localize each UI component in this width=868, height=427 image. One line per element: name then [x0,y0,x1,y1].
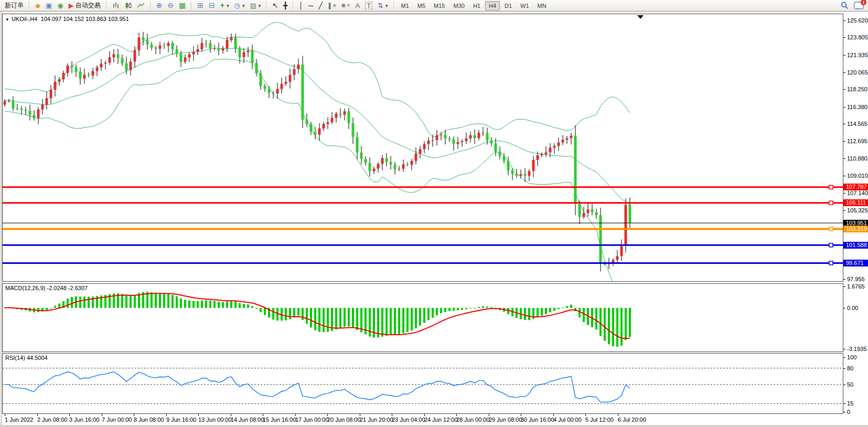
rsi-canvas[interactable] [3,354,843,413]
cursor-tool-button[interactable]: ↖ [270,1,281,10]
auto-trading-button[interactable]: ▶ 自动交易 [66,0,103,11]
macd-histogram-bar [625,308,627,340]
text-label-tool-button[interactable]: T [362,1,375,10]
symbol-dropdown-icon[interactable]: ▼ [5,17,9,22]
template-button[interactable]: ▨ ▾ [247,1,263,10]
macd-histogram-bar [465,308,467,309]
periods-button[interactable]: ◷ ▾ [232,1,248,10]
time-axis-tick [37,414,38,416]
toolbar-separator [266,2,267,9]
line-chart-button[interactable] [135,1,147,10]
tile-windows-button[interactable]: ▦ [176,1,188,10]
new-order-button[interactable]: 新订单 [2,0,26,11]
rsi-axis-tick [843,357,845,358]
macd-histogram-bar [209,301,211,308]
arrows-tool-button[interactable]: ⇅ ▾ [375,1,390,10]
candle-body [482,133,485,133]
macd-histogram-bar [226,302,228,308]
candle-body [503,156,506,161]
candle-body [134,50,136,61]
terminal-button[interactable]: ▣ [43,1,55,10]
signals-button[interactable]: ◉ [55,1,66,10]
zoom-in-button[interactable]: ⊕ [154,1,165,10]
macd-histogram-bar [385,308,388,336]
crosshair-tool-button[interactable]: ╋ [281,1,290,10]
macd-canvas[interactable] [3,284,843,351]
candle-body [46,98,48,104]
chart-shift-marker-icon[interactable] [637,15,644,19]
candle-body [188,55,191,58]
candle-body [4,101,6,105]
macd-histogram-bar [474,308,476,308]
timeframe-m5[interactable]: M5 [414,1,429,10]
price-chart-canvas[interactable] [3,14,843,281]
line-handle[interactable] [829,201,833,205]
line-handle[interactable] [829,261,833,265]
candle-body [50,90,52,98]
candle-body [251,50,254,63]
notifications-icon[interactable]: 1 [854,2,864,9]
candle-body [297,65,300,69]
vertical-line-icon: │ [299,2,303,9]
candle-body [524,174,527,176]
macd-histogram-bar [302,308,304,320]
candle-body [234,37,237,48]
timeframe-d1[interactable]: D1 [501,1,516,10]
candle-body [146,40,149,45]
timeframe-w1[interactable]: W1 [517,1,533,10]
text-tool-button[interactable]: A [352,1,362,10]
price-axis[interactable]: 125.620123.805121.935120.065118.250116.3… [843,14,868,282]
macd-histogram-bar [419,308,421,326]
macd-histogram-bar [620,308,623,346]
candle-body [88,75,90,76]
macd-histogram-bar [469,308,471,308]
macd-axis-tick [843,286,845,287]
line-handle[interactable] [829,185,833,189]
price-axis-label: 121.935 [847,52,868,58]
macd-histogram-bar [314,308,316,330]
macd-histogram-bar [486,306,488,308]
channel-tool-button[interactable]: ∥ E [325,1,339,10]
line-handle[interactable] [829,243,833,247]
candle-chart-button[interactable] [122,1,135,10]
candle-body [155,48,157,49]
timeframe-m15[interactable]: M15 [430,1,448,10]
macd-histogram-bar [339,308,341,328]
fibonacci-tool-button[interactable]: ≡ F [339,1,352,10]
candle-body [402,164,405,169]
timeframe-m1[interactable]: M1 [398,1,413,10]
vertical-line-tool-button[interactable]: │ [296,1,306,10]
indicator-window-add-icon: ⊞ [197,2,203,9]
timeframe-h4[interactable]: H4 [485,1,500,10]
macd-histogram-bar [558,308,560,309]
macd-histogram-bar [415,308,417,328]
candle-body [247,50,250,52]
macd-panel[interactable]: MACD(12,26,9) -2.0248 -2.6307 [2,283,843,352]
horizontal-line-tool-button[interactable]: ─ [306,1,316,10]
timeframe-mn[interactable]: MN [534,1,550,10]
macd-histogram-bar [239,303,241,308]
timeframe-m30[interactable]: M30 [450,1,468,10]
zoom-out-button[interactable]: ⊖ [165,1,176,10]
search-icon[interactable] [841,2,849,9]
trendline-tool-button[interactable]: ╱ [316,1,325,10]
bar-chart-button[interactable] [110,1,122,10]
candle-body [209,43,212,48]
rsi-panel[interactable]: RSI(14) 44.5004 [2,353,843,414]
candle-body [180,54,183,62]
main-chart-panel[interactable]: ▼UKOil-,H4 104.097 104.152 103.863 103.9… [2,14,843,282]
candle-body [419,149,422,153]
market-watch-button[interactable]: ◆ [33,1,43,10]
indicator-window-remove-button[interactable]: ⊟ [206,1,218,10]
indicator-window-add-button[interactable]: ⊞ [195,1,206,10]
time-axis-label: 24 Jun 12:00 [424,417,458,423]
line-handle[interactable] [829,227,833,231]
candle-body [532,160,535,171]
candle-body [41,104,44,110]
candle-body [553,146,556,147]
timeframe-h1[interactable]: H1 [469,1,484,10]
add-indicator-button[interactable]: + ▾ [218,1,232,10]
time-axis[interactable]: 1 Jun 20222 Jun 08:003 Jun 16:007 Jun 00… [2,414,843,425]
macd-histogram-bar [402,308,404,334]
price-axis-tick [843,141,845,142]
